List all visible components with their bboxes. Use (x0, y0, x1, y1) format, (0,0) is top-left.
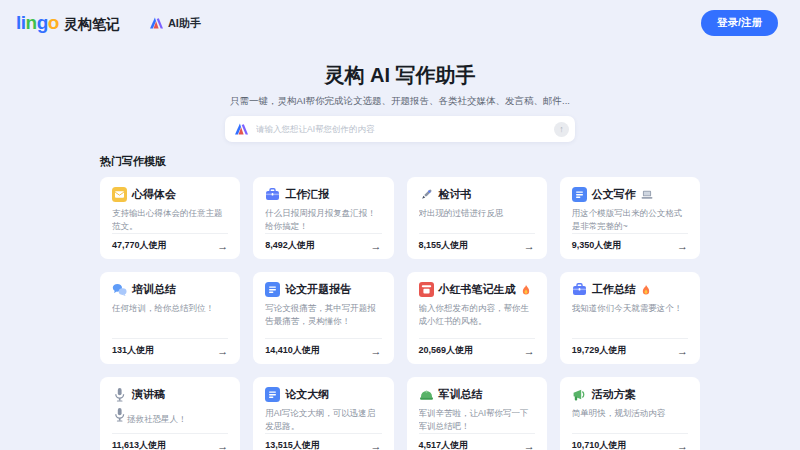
card-description: 支持输出心得体会的任意主题范文。 (112, 207, 228, 233)
template-card[interactable]: 论文大纲用AI写论文大纲，可以迅速启发思路。13,515人使用→ (253, 377, 393, 450)
card-footer: 19,729人使用→ (572, 338, 688, 357)
card-title: 培训总结 (132, 282, 176, 297)
card-header: 论文开题报告 (265, 282, 381, 297)
card-footer: 131人使用→ (112, 338, 228, 357)
card-arrow-icon[interactable]: → (524, 345, 535, 357)
card-title: 活动方案 (592, 387, 636, 402)
template-card[interactable]: 培训总结任何培训，给你总结到位！131人使用→ (100, 272, 240, 364)
document-blue-icon (265, 387, 280, 402)
template-card[interactable]: 论文开题报告写论文很痛苦，其中写开题报告最痛苦，灵构懂你！14,410人使用→ (253, 272, 393, 364)
card-header: 公文写作 (572, 187, 688, 202)
card-footer: 47,770人使用→ (112, 233, 228, 252)
template-card[interactable]: 公文写作用这个模版写出来的公文格式是非常完整的~9,350人使用→ (560, 177, 700, 259)
brand-logo[interactable]: lingo 灵构笔记 (16, 13, 120, 34)
card-header: 活动方案 (572, 387, 688, 402)
card-header: 工作汇报 (265, 187, 381, 202)
card-header: 检讨书 (419, 187, 535, 202)
card-description: 我知道你们今天就需要这个！ (572, 302, 688, 338)
card-footer: 13,515人使用→ (265, 433, 381, 450)
card-footer: 11,613人使用→ (112, 433, 228, 450)
card-usage-count: 20,569人使用 (419, 344, 474, 357)
card-footer: 10,710人使用→ (572, 433, 688, 450)
card-usage-count: 14,410人使用 (265, 344, 320, 357)
card-usage-count: 47,770人使用 (112, 239, 167, 252)
card-usage-count: 9,350人使用 (572, 239, 622, 252)
envelope-yellow-icon (112, 187, 127, 202)
card-footer: 20,569人使用→ (419, 338, 535, 357)
card-arrow-icon[interactable]: → (371, 240, 382, 252)
card-usage-count: 8,155人使用 (419, 239, 469, 252)
microphone-icon (112, 407, 127, 422)
template-card[interactable]: 工作汇报什么日报周报月报复盘汇报！给你搞定！8,492人使用→ (253, 177, 393, 259)
flame-icon (521, 284, 531, 296)
card-description: 写论文很痛苦，其中写开题报告最痛苦，灵构懂你！ (265, 302, 381, 338)
section-title-hot-templates: 热门写作模版 (100, 154, 700, 169)
megaphone-green-icon (572, 387, 587, 402)
card-arrow-icon[interactable]: → (524, 440, 535, 450)
card-arrow-icon[interactable]: → (217, 345, 228, 357)
card-arrow-icon[interactable]: → (524, 240, 535, 252)
card-footer: 9,350人使用→ (572, 233, 688, 252)
brand-name: 灵构笔记 (64, 16, 120, 34)
card-usage-count: 19,729人使用 (572, 344, 627, 357)
card-usage-count: 11,613人使用 (112, 439, 166, 450)
template-card[interactable]: 心得体会支持输出心得体会的任意主题范文。47,770人使用→ (100, 177, 240, 259)
card-title: 检讨书 (439, 187, 472, 202)
card-arrow-icon[interactable]: → (217, 240, 228, 252)
card-title: 公文写作 (592, 187, 636, 202)
card-arrow-icon[interactable]: → (217, 440, 228, 450)
card-arrow-icon[interactable]: → (677, 345, 688, 357)
logo-wordmark: lingo (16, 13, 59, 32)
template-card[interactable]: 军训总结军训辛苦啦，让AI帮你写一下军训总结吧！4,517人使用→ (407, 377, 547, 450)
card-footer: 4,517人使用→ (419, 433, 535, 450)
ai-prompt-bar: ↑ (225, 116, 575, 142)
card-arrow-icon[interactable]: → (677, 440, 688, 450)
logo-letter: g (37, 12, 48, 33)
card-header: 培训总结 (112, 282, 228, 297)
ai-prompt-input[interactable] (254, 123, 554, 135)
card-footer: 8,155人使用→ (419, 233, 535, 252)
login-register-button[interactable]: 登录/注册 (701, 10, 778, 36)
logo-letter: o (48, 12, 59, 33)
card-description: 任何培训，给你总结到位！ (112, 302, 228, 338)
card-arrow-icon[interactable]: → (371, 440, 382, 450)
card-description: 输入你想发布的内容，帮你生成小红书的风格。 (419, 302, 535, 338)
card-title: 论文大纲 (285, 387, 329, 402)
card-usage-count: 4,517人使用 (419, 439, 469, 450)
card-header: 论文大纲 (265, 387, 381, 402)
card-description: 什么日报周报月报复盘汇报！给你搞定！ (265, 207, 381, 233)
template-card[interactable]: 小红书笔记生成输入你想发布的内容，帮你生成小红书的风格。20,569人使用→ (407, 272, 547, 364)
chat-bubbles-icon (112, 282, 127, 297)
template-card[interactable]: 检讨书对出现的过错进行反思8,155人使用→ (407, 177, 547, 259)
card-description: 对出现的过错进行反思 (419, 207, 535, 233)
laptop-icon (641, 190, 653, 200)
card-description: 用AI写论文大纲，可以迅速启发思路。 (265, 407, 381, 433)
card-arrow-icon[interactable]: → (677, 240, 688, 252)
card-footer: 8,492人使用→ (265, 233, 381, 252)
card-header: 小红书笔记生成 (419, 282, 535, 297)
card-usage-count: 131人使用 (112, 344, 154, 357)
nav-item-ai-assistant[interactable]: AI助手 (150, 16, 201, 31)
card-arrow-icon[interactable]: → (371, 345, 382, 357)
template-card[interactable]: 工作总结我知道你们今天就需要这个！19,729人使用→ (560, 272, 700, 364)
card-header: 心得体会 (112, 187, 228, 202)
page-title: 灵构 AI 写作助手 (0, 62, 800, 89)
template-card[interactable]: 活动方案简单明快，规划活动内容10,710人使用→ (560, 377, 700, 450)
card-title: 工作总结 (592, 282, 636, 297)
arrow-up-icon: ↑ (559, 125, 564, 134)
template-card[interactable]: 演讲稿拯救社恐星人！11,613人使用→ (100, 377, 240, 450)
logo-letter: n (26, 12, 37, 33)
card-title: 军训总结 (439, 387, 483, 402)
nav-item-label: AI助手 (168, 16, 201, 31)
top-bar: lingo 灵构笔记 AI助手 登录/注册 (0, 0, 800, 46)
template-grid: 心得体会支持输出心得体会的任意主题范文。47,770人使用→工作汇报什么日报周报… (100, 177, 700, 450)
ai-logo-icon (235, 123, 248, 135)
send-button[interactable]: ↑ (554, 122, 569, 137)
card-usage-count: 13,515人使用 (265, 439, 320, 450)
helmet-green-icon (419, 387, 434, 402)
card-header: 军训总结 (419, 387, 535, 402)
card-title: 工作汇报 (285, 187, 329, 202)
briefcase-blue-icon (265, 187, 280, 202)
page-subtitle: 只需一键，灵构AI帮你完成论文选题、开题报告、各类社交媒体、发言稿、邮件... (0, 95, 800, 108)
document-blue-icon (572, 187, 587, 202)
